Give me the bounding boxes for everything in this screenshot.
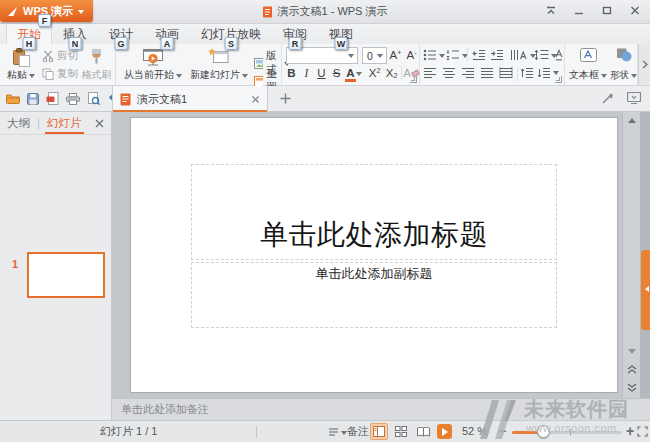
italic-button[interactable]: I <box>299 65 314 81</box>
collapse-ribbon-button[interactable] <box>538 1 563 20</box>
cut-button[interactable]: 剪切 <box>42 49 78 63</box>
character-spacing-button[interactable] <box>555 49 563 61</box>
scroll-up-button[interactable] <box>623 113 640 127</box>
line-spacing-button[interactable] <box>534 49 557 61</box>
shapes-button[interactable]: 形状 <box>609 45 638 84</box>
save-icon[interactable] <box>27 93 39 105</box>
tab-slides[interactable]: 幻灯片 <box>47 112 82 134</box>
font-color-button[interactable]: A <box>343 65 365 81</box>
bold-button[interactable]: B <box>284 65 299 81</box>
slide-sorter-view-button[interactable] <box>392 423 410 440</box>
skin-settings-icon[interactable] <box>601 92 614 105</box>
new-tab-button[interactable] <box>280 93 291 104</box>
print-icon[interactable] <box>66 93 80 105</box>
play-from-current-button[interactable]: 从当前开始 <box>121 45 185 84</box>
tab-review[interactable]: 审阅R <box>272 24 318 44</box>
distribute-button[interactable] <box>499 67 513 78</box>
increase-indent-icon <box>490 49 504 60</box>
numbering-button[interactable] <box>446 49 468 61</box>
new-slide-button[interactable]: 新建幻灯片 <box>188 45 250 84</box>
reading-view-button[interactable] <box>414 423 432 440</box>
strikethrough-button[interactable]: S <box>329 65 344 81</box>
keytip-insert: N <box>69 37 82 50</box>
zoom-slider-knob[interactable] <box>537 425 550 438</box>
slide-thumbnail[interactable] <box>27 252 105 298</box>
tab-home[interactable]: 开始H <box>6 24 52 44</box>
close-tab-icon[interactable] <box>251 95 260 104</box>
font-dialog-launcher[interactable] <box>410 76 417 83</box>
align-center-button[interactable] <box>442 67 456 78</box>
notes-area[interactable]: 单击此处添加备注 <box>112 398 650 420</box>
bullets-button[interactable] <box>423 49 445 61</box>
open-file-icon[interactable] <box>6 93 20 104</box>
ribbon: 粘贴 剪切 复制 格式刷 从当前开始 新建幻灯片 <box>0 44 650 86</box>
textbox-button[interactable]: 文本框 <box>567 45 609 84</box>
wps-logo-icon <box>7 6 18 17</box>
line-spacing-icon <box>534 49 549 61</box>
decrease-indent-icon <box>472 49 486 60</box>
tab-outline[interactable]: 大纲 <box>7 116 30 131</box>
scroll-down-button[interactable] <box>623 344 640 358</box>
increase-indent-button[interactable] <box>490 49 504 60</box>
align-right-button[interactable] <box>461 67 475 78</box>
grow-font-button[interactable]: A+ <box>388 47 403 63</box>
numbering-icon <box>446 49 460 61</box>
shrink-font-button[interactable]: A- <box>404 47 419 63</box>
bullets-icon <box>423 49 437 61</box>
tab-design[interactable]: 设计G <box>98 24 144 44</box>
document-tab[interactable]: 演示文稿1 <box>112 86 268 112</box>
align-left-icon <box>423 67 437 78</box>
ribbon-scroll-right-button[interactable] <box>638 44 650 85</box>
vertical-scrollbar[interactable] <box>622 112 640 398</box>
title-placeholder[interactable]: 单击此处添加标题 <box>191 164 557 260</box>
subscript-button[interactable]: X2 <box>384 65 399 81</box>
workspace-icon[interactable] <box>627 92 641 104</box>
previous-slide-button[interactable] <box>623 362 640 376</box>
align-left-button[interactable] <box>423 67 437 78</box>
underline-button[interactable]: U <box>314 65 329 81</box>
zoom-out-button[interactable]: − <box>498 421 506 442</box>
chevron-down-icon <box>348 54 354 61</box>
zoom-in-button[interactable]: + <box>626 421 634 442</box>
reset-icon <box>254 76 263 87</box>
subtitle-placeholder[interactable]: 单击此处添加副标题 <box>191 262 557 328</box>
decrease-indent-button[interactable] <box>472 49 486 60</box>
double-chevron-down-icon <box>627 383 637 392</box>
print-preview-icon[interactable] <box>87 92 100 105</box>
close-panel-button[interactable] <box>95 119 104 128</box>
document-tab-title: 演示文稿1 <box>137 92 245 107</box>
task-pane-handle[interactable] <box>641 250 650 330</box>
keytip-design: G <box>115 37 128 50</box>
tab-animation[interactable]: 动画A <box>144 24 190 44</box>
document-icon <box>262 6 272 18</box>
superscript-button[interactable]: X2 <box>367 65 382 81</box>
slideshow-play-button[interactable] <box>437 424 452 439</box>
font-size-value: 0 <box>367 50 373 62</box>
notes-toggle-label[interactable]: 备注 <box>347 421 369 442</box>
justify-button[interactable] <box>480 67 494 78</box>
next-slide-button[interactable] <box>623 380 640 394</box>
minimize-button[interactable] <box>566 1 591 20</box>
chevron-down-icon <box>601 74 607 81</box>
notes-menu-button[interactable] <box>328 427 347 438</box>
maximize-button[interactable] <box>594 1 619 20</box>
increase-para-indent-button[interactable] <box>521 67 534 78</box>
triangle-up-icon <box>628 118 636 123</box>
text-direction-button[interactable] <box>510 49 536 61</box>
format-painter-button[interactable]: 格式刷 <box>79 45 114 84</box>
tab-slideshow[interactable]: 幻灯片放映S <box>190 24 272 44</box>
close-button[interactable] <box>622 1 647 20</box>
slide-canvas[interactable]: 单击此处添加标题 单击此处添加副标题 <box>131 118 617 392</box>
document-tab-bar: 演示文稿1 <box>0 86 650 112</box>
tab-insert[interactable]: 插入N <box>52 24 98 44</box>
paste-icon <box>12 48 31 67</box>
copy-button[interactable]: 复制 <box>42 67 78 81</box>
export-pdf-icon[interactable] <box>46 92 59 105</box>
font-size-combo[interactable]: 0 <box>362 47 387 64</box>
chevron-down-icon <box>78 10 84 17</box>
paste-button[interactable]: 粘贴 <box>3 45 39 84</box>
paragraph-dialog-launcher[interactable] <box>555 76 562 83</box>
normal-view-button[interactable] <box>370 423 388 440</box>
tab-view[interactable]: 视图W <box>318 24 364 44</box>
fit-to-window-button[interactable] <box>637 426 648 437</box>
